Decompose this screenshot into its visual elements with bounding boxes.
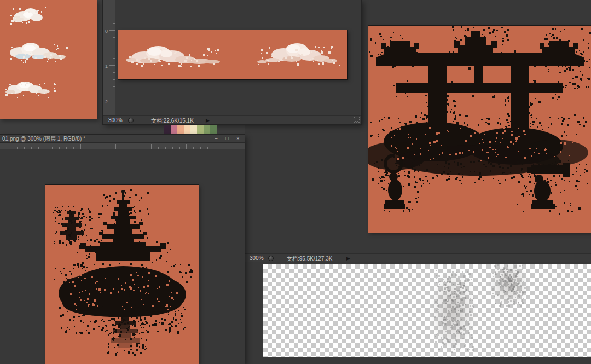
ruler-tick bbox=[113, 108, 115, 108]
status-menu-arrow-icon[interactable]: ▶ bbox=[346, 255, 350, 262]
ruler-tick bbox=[200, 147, 201, 149]
ruler-tick bbox=[130, 147, 130, 149]
dissolve-specks bbox=[263, 264, 591, 357]
peek-swatch bbox=[164, 125, 171, 134]
transparent-document-window bbox=[245, 263, 591, 364]
ruler-tick bbox=[236, 147, 236, 149]
ruler-tick bbox=[31, 147, 32, 149]
ruler-tick bbox=[151, 144, 152, 149]
ruler-tick bbox=[109, 147, 109, 149]
window-titlebar[interactable]: 01.png @ 300% (图层 1, RGB/8) * – □ × bbox=[0, 135, 245, 143]
canvas-transparent[interactable] bbox=[263, 264, 591, 357]
ruler-tick bbox=[52, 147, 53, 149]
ruler-tick bbox=[66, 147, 67, 149]
peek-swatch bbox=[171, 125, 177, 134]
peek-swatch bbox=[204, 125, 210, 134]
photoshop-workspace: 300% 文档:95.5K/127.3K ▶ bbox=[0, 0, 591, 364]
peek-swatch bbox=[184, 125, 190, 134]
zoom-level-field[interactable]: 300% bbox=[250, 255, 264, 261]
ruler-tick bbox=[113, 86, 115, 87]
ruler-tick bbox=[102, 147, 102, 149]
clouds-status-bar: 300% 文档:22.6K/15.1K ▶ bbox=[103, 115, 361, 124]
status-circle-icon bbox=[128, 118, 134, 123]
ruler-tick bbox=[222, 144, 222, 149]
ruler-tick bbox=[113, 23, 115, 24]
ruler-tick bbox=[109, 101, 115, 101]
canvas-pagoda[interactable] bbox=[45, 185, 199, 364]
ruler-tick bbox=[172, 147, 173, 149]
window-resize-grip[interactable] bbox=[354, 117, 360, 123]
ruler-tick bbox=[113, 58, 115, 59]
ruler-tick bbox=[123, 147, 123, 149]
ruler-tick bbox=[179, 147, 180, 149]
ruler-tick bbox=[115, 144, 116, 149]
ruler-tick bbox=[113, 2, 115, 2]
ruler-tick bbox=[113, 51, 115, 51]
ruler-tick bbox=[207, 147, 208, 149]
ruler-tick bbox=[80, 144, 81, 149]
ruler-tick bbox=[137, 147, 137, 149]
ruler-tick bbox=[186, 144, 187, 149]
ruler-tick bbox=[24, 147, 25, 149]
ruler-tick bbox=[215, 147, 215, 149]
ruler-tick bbox=[113, 72, 115, 73]
pagoda-document-window: 01.png @ 300% (图层 1, RGB/8) * – □ × bbox=[0, 135, 245, 364]
ruler-tick bbox=[59, 147, 60, 149]
ruler-tick bbox=[38, 147, 39, 149]
zoom-level-field[interactable]: 300% bbox=[108, 117, 123, 123]
status-menu-arrow-icon[interactable]: ▶ bbox=[206, 117, 210, 124]
ruler-tick bbox=[158, 147, 159, 149]
ruler-tick bbox=[193, 147, 194, 149]
status-circle-icon bbox=[268, 256, 274, 261]
ruler-tick bbox=[3, 147, 3, 149]
ruler-tick bbox=[113, 94, 115, 94]
ruler-label: 0 bbox=[105, 28, 108, 34]
ruler-tick bbox=[88, 147, 88, 149]
clouds-pixel-art bbox=[0, 0, 97, 119]
ruler-tick bbox=[113, 37, 115, 38]
ruler-tick bbox=[17, 147, 18, 149]
canvas-clouds-partial[interactable] bbox=[0, 0, 97, 119]
peek-swatch bbox=[210, 125, 217, 134]
window-title: 01.png @ 300% (图层 1, RGB/8) * bbox=[2, 135, 85, 143]
peek-swatch bbox=[197, 125, 204, 134]
ruler-tick bbox=[165, 147, 166, 149]
peek-swatch bbox=[190, 125, 197, 134]
close-icon[interactable]: × bbox=[234, 135, 242, 142]
ruler-tick bbox=[144, 147, 144, 149]
pagoda-pixel-art bbox=[45, 185, 199, 364]
restore-icon[interactable]: □ bbox=[223, 135, 231, 142]
canvas-torii-gate[interactable] bbox=[368, 26, 591, 233]
hidden-document-peek[interactable] bbox=[164, 125, 217, 134]
document-size-readout: 文档:22.6K/15.1K bbox=[151, 117, 194, 125]
ruler-tick bbox=[109, 30, 115, 31]
ruler-tick bbox=[10, 147, 10, 149]
horizontal-ruler[interactable] bbox=[0, 143, 245, 149]
minimize-icon[interactable]: – bbox=[212, 135, 221, 142]
ruler-tick bbox=[229, 147, 229, 149]
ruler-tick bbox=[113, 44, 115, 44]
canvas-clouds[interactable] bbox=[118, 30, 347, 79]
vertical-ruler[interactable]: 0 1 2 bbox=[103, 0, 115, 115]
ruler-label: 1 bbox=[105, 63, 108, 69]
peek-swatch bbox=[177, 125, 184, 134]
ruler-tick bbox=[113, 79, 115, 80]
ruler-tick bbox=[109, 65, 115, 66]
gate-status-bar: 300% 文档:95.5K/127.3K ▶ bbox=[245, 253, 591, 262]
ruler-tick bbox=[95, 147, 95, 149]
document-size-readout: 文档:95.5K/127.3K bbox=[287, 255, 332, 263]
clouds-pixel-art bbox=[118, 30, 347, 79]
ruler-tick bbox=[113, 16, 115, 16]
torii-gate-pixel-art bbox=[368, 26, 591, 233]
clouds-document-window: 0 1 2 bbox=[103, 0, 361, 124]
ruler-tick bbox=[73, 147, 74, 149]
ruler-tick bbox=[113, 9, 115, 9]
ruler-tick bbox=[45, 144, 45, 149]
ruler-label: 2 bbox=[105, 99, 108, 105]
